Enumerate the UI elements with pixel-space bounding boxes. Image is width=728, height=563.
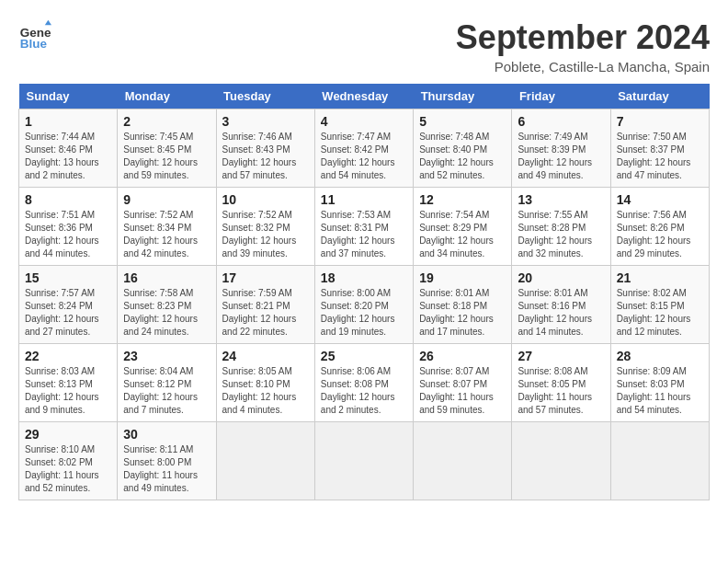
day-info: Sunrise: 7:56 AMSunset: 8:26 PMDaylight:… — [617, 209, 703, 260]
weekday-header-row: SundayMondayTuesdayWednesdayThursdayFrid… — [19, 84, 710, 109]
day-info: Sunrise: 7:46 AMSunset: 8:43 PMDaylight:… — [222, 131, 309, 182]
day-info: Sunrise: 8:01 AMSunset: 8:18 PMDaylight:… — [419, 287, 506, 339]
day-info: Sunrise: 7:57 AMSunset: 8:24 PMDaylight:… — [25, 287, 111, 339]
day-info: Sunrise: 7:48 AMSunset: 8:40 PMDaylight:… — [419, 131, 506, 182]
calendar-day-cell: 30Sunrise: 8:11 AMSunset: 8:00 PMDayligh… — [118, 422, 216, 500]
logo-icon: General Blue — [18, 18, 51, 52]
day-info: Sunrise: 8:11 AMSunset: 8:00 PMDaylight:… — [123, 443, 210, 495]
calendar-day-cell: 23Sunrise: 8:04 AMSunset: 8:12 PMDayligh… — [118, 344, 216, 422]
calendar-day-cell: 22Sunrise: 8:03 AMSunset: 8:13 PMDayligh… — [19, 344, 118, 422]
calendar-day-cell — [414, 422, 512, 500]
calendar-day-cell: 26Sunrise: 8:07 AMSunset: 8:07 PMDayligh… — [414, 344, 512, 422]
day-number: 24 — [222, 349, 309, 363]
day-info: Sunrise: 8:00 AMSunset: 8:20 PMDaylight:… — [321, 287, 407, 339]
calendar-day-cell: 29Sunrise: 8:10 AMSunset: 8:02 PMDayligh… — [19, 422, 118, 500]
calendar-week-row: 29Sunrise: 8:10 AMSunset: 8:02 PMDayligh… — [19, 422, 710, 500]
day-info: Sunrise: 8:05 AMSunset: 8:10 PMDaylight:… — [222, 365, 309, 417]
calendar-day-cell: 27Sunrise: 8:08 AMSunset: 8:05 PMDayligh… — [512, 344, 610, 422]
calendar-week-row: 22Sunrise: 8:03 AMSunset: 8:13 PMDayligh… — [19, 344, 710, 422]
title-section: September 2024 Poblete, Castille-La Manc… — [456, 18, 710, 75]
day-info: Sunrise: 7:45 AMSunset: 8:45 PMDaylight:… — [123, 131, 210, 182]
day-number: 25 — [321, 349, 407, 363]
weekday-header-tuesday: Tuesday — [216, 84, 314, 109]
day-info: Sunrise: 8:08 AMSunset: 8:05 PMDaylight:… — [518, 365, 604, 417]
calendar-day-cell — [314, 422, 413, 500]
calendar-day-cell: 5Sunrise: 7:48 AMSunset: 8:40 PMDaylight… — [414, 109, 512, 188]
day-info: Sunrise: 7:55 AMSunset: 8:28 PMDaylight:… — [518, 209, 604, 260]
weekday-header-friday: Friday — [512, 84, 610, 109]
calendar-day-cell: 15Sunrise: 7:57 AMSunset: 8:24 PMDayligh… — [19, 266, 118, 344]
calendar-week-row: 8Sunrise: 7:51 AMSunset: 8:36 PMDaylight… — [19, 188, 710, 266]
calendar-day-cell: 16Sunrise: 7:58 AMSunset: 8:23 PMDayligh… — [118, 266, 216, 344]
day-number: 1 — [25, 114, 111, 129]
weekday-header-wednesday: Wednesday — [314, 84, 413, 109]
calendar-day-cell: 18Sunrise: 8:00 AMSunset: 8:20 PMDayligh… — [314, 266, 413, 344]
weekday-header-monday: Monday — [118, 84, 216, 109]
day-number: 23 — [123, 349, 210, 363]
day-number: 11 — [321, 192, 407, 207]
day-info: Sunrise: 7:52 AMSunset: 8:32 PMDaylight:… — [222, 209, 309, 260]
day-number: 14 — [617, 192, 703, 207]
calendar-table: SundayMondayTuesdayWednesdayThursdayFrid… — [18, 84, 710, 500]
calendar-day-cell: 17Sunrise: 7:59 AMSunset: 8:21 PMDayligh… — [216, 266, 314, 344]
day-number: 22 — [25, 349, 111, 363]
calendar-day-cell: 11Sunrise: 7:53 AMSunset: 8:31 PMDayligh… — [314, 188, 413, 266]
calendar-day-cell — [610, 422, 709, 500]
weekday-header-thursday: Thursday — [414, 84, 512, 109]
calendar-day-cell: 4Sunrise: 7:47 AMSunset: 8:42 PMDaylight… — [314, 109, 413, 188]
day-number: 5 — [419, 114, 506, 129]
calendar-week-row: 1Sunrise: 7:44 AMSunset: 8:46 PMDaylight… — [19, 109, 710, 188]
day-number: 8 — [25, 192, 111, 207]
calendar-day-cell: 2Sunrise: 7:45 AMSunset: 8:45 PMDaylight… — [118, 109, 216, 188]
day-number: 29 — [25, 427, 111, 442]
day-number: 19 — [419, 270, 506, 285]
day-info: Sunrise: 7:59 AMSunset: 8:21 PMDaylight:… — [222, 287, 309, 339]
calendar-day-cell: 21Sunrise: 8:02 AMSunset: 8:15 PMDayligh… — [610, 266, 709, 344]
weekday-header-sunday: Sunday — [19, 84, 118, 109]
day-info: Sunrise: 8:04 AMSunset: 8:12 PMDaylight:… — [123, 365, 210, 417]
calendar-day-cell: 1Sunrise: 7:44 AMSunset: 8:46 PMDaylight… — [19, 109, 118, 188]
calendar-day-cell: 20Sunrise: 8:01 AMSunset: 8:16 PMDayligh… — [512, 266, 610, 344]
calendar-day-cell: 8Sunrise: 7:51 AMSunset: 8:36 PMDaylight… — [19, 188, 118, 266]
day-number: 2 — [123, 114, 210, 129]
day-info: Sunrise: 8:07 AMSunset: 8:07 PMDaylight:… — [419, 365, 506, 417]
calendar-day-cell: 3Sunrise: 7:46 AMSunset: 8:43 PMDaylight… — [216, 109, 314, 188]
day-number: 13 — [518, 192, 604, 207]
day-number: 6 — [518, 114, 604, 129]
day-number: 30 — [123, 427, 210, 442]
calendar-week-row: 15Sunrise: 7:57 AMSunset: 8:24 PMDayligh… — [19, 266, 710, 344]
day-info: Sunrise: 8:09 AMSunset: 8:03 PMDaylight:… — [617, 365, 703, 417]
calendar-day-cell: 13Sunrise: 7:55 AMSunset: 8:28 PMDayligh… — [512, 188, 610, 266]
day-number: 4 — [321, 114, 407, 129]
calendar-day-cell: 28Sunrise: 8:09 AMSunset: 8:03 PMDayligh… — [610, 344, 709, 422]
day-info: Sunrise: 8:02 AMSunset: 8:15 PMDaylight:… — [617, 287, 703, 339]
day-number: 16 — [123, 270, 210, 285]
day-info: Sunrise: 7:54 AMSunset: 8:29 PMDaylight:… — [419, 209, 506, 260]
calendar-day-cell: 7Sunrise: 7:50 AMSunset: 8:37 PMDaylight… — [610, 109, 709, 188]
day-info: Sunrise: 7:51 AMSunset: 8:36 PMDaylight:… — [25, 209, 111, 260]
day-number: 28 — [617, 349, 703, 363]
day-number: 17 — [222, 270, 309, 285]
day-info: Sunrise: 7:49 AMSunset: 8:39 PMDaylight:… — [518, 131, 604, 182]
day-info: Sunrise: 8:03 AMSunset: 8:13 PMDaylight:… — [25, 365, 111, 417]
calendar-day-cell: 14Sunrise: 7:56 AMSunset: 8:26 PMDayligh… — [610, 188, 709, 266]
header: General Blue September 2024 Poblete, Cas… — [18, 18, 710, 75]
weekday-header-saturday: Saturday — [610, 84, 709, 109]
calendar-day-cell: 25Sunrise: 8:06 AMSunset: 8:08 PMDayligh… — [314, 344, 413, 422]
day-info: Sunrise: 7:52 AMSunset: 8:34 PMDaylight:… — [123, 209, 210, 260]
calendar-day-cell: 24Sunrise: 8:05 AMSunset: 8:10 PMDayligh… — [216, 344, 314, 422]
day-number: 20 — [518, 270, 604, 285]
svg-text:Blue: Blue — [20, 37, 48, 51]
day-number: 7 — [617, 114, 703, 129]
svg-marker-2 — [45, 20, 51, 25]
day-number: 3 — [222, 114, 309, 129]
day-number: 18 — [321, 270, 407, 285]
calendar-day-cell: 9Sunrise: 7:52 AMSunset: 8:34 PMDaylight… — [118, 188, 216, 266]
calendar-day-cell: 10Sunrise: 7:52 AMSunset: 8:32 PMDayligh… — [216, 188, 314, 266]
day-number: 27 — [518, 349, 604, 363]
calendar-day-cell: 12Sunrise: 7:54 AMSunset: 8:29 PMDayligh… — [414, 188, 512, 266]
calendar-title: September 2024 — [456, 18, 710, 57]
calendar-day-cell: 6Sunrise: 7:49 AMSunset: 8:39 PMDaylight… — [512, 109, 610, 188]
calendar-day-cell: 19Sunrise: 8:01 AMSunset: 8:18 PMDayligh… — [414, 266, 512, 344]
day-number: 12 — [419, 192, 506, 207]
